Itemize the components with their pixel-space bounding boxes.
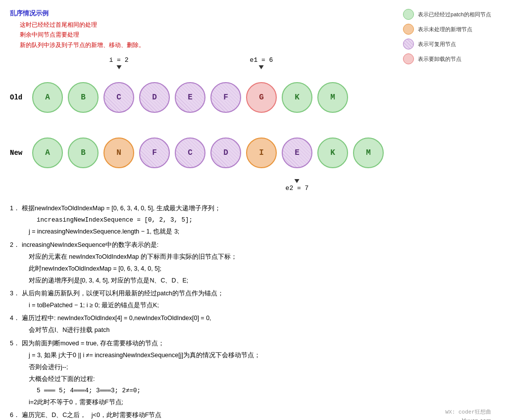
legend-item-green: 表示已经经过patch的相同节点 <box>403 9 491 20</box>
old-node-C: C <box>103 82 134 113</box>
new-node-K-wrapper: K <box>317 138 348 168</box>
new-node-B-wrapper: B <box>68 138 99 168</box>
old-nodes-container: A B i = 2 C <box>32 82 348 113</box>
content-item-4: 4． 遍历过程中: newIndexToOldIndex[4] = 0,newI… <box>10 313 496 336</box>
arrow-down-e2 <box>295 179 300 183</box>
legend-label-pink: 表示要卸载的节点 <box>418 55 461 63</box>
new-node-D: D <box>210 138 241 168</box>
new-node-I: I <box>246 138 277 168</box>
old-node-K-wrapper: K <box>282 82 312 113</box>
nodes-section: Old A B i = 2 <box>10 82 496 168</box>
old-row: Old A B i = 2 <box>10 82 496 113</box>
item3-num: 3． <box>10 288 20 312</box>
item1-line2: increasingNewIndexSequence = [0, 2, 3, 5… <box>22 217 193 224</box>
page: 乱序情况示例 这时已经经过首尾相同的处理 剩余中间节点需要处理 新的队列中涉及到… <box>0 0 506 420</box>
item5-line1: 因为前面判断moved = true, 存在需要移动的节点； <box>22 340 164 347</box>
old-node-C-wrapper: i = 2 C <box>103 82 134 113</box>
arrow-e2: e2 = 7 <box>286 179 309 192</box>
new-node-K: K <box>317 138 348 168</box>
old-row-label: Old <box>10 93 32 101</box>
new-node-M: M <box>353 138 384 168</box>
new-node-M-wrapper: M <box>353 138 384 168</box>
new-row-label: New <box>10 149 32 157</box>
new-node-I-wrapper: I <box>246 138 277 168</box>
content-item-6: 6． 遍历完E、D、C之后， j<0，此时需要移动F节点 <box>10 410 496 420</box>
new-nodes-container: A B N F C <box>32 138 384 168</box>
item6-num: 6． <box>10 410 20 420</box>
new-node-F-wrapper: F <box>139 138 170 168</box>
legend-circle-green <box>403 9 414 20</box>
item5-line4: 大概会经过下面的过程: <box>22 375 95 382</box>
arrow-down-e1 <box>259 65 264 69</box>
item5-line3: 否则会进行j--; <box>22 364 68 371</box>
old-node-E-wrapper: E <box>175 82 205 113</box>
i2-label: i = 2 <box>109 56 128 64</box>
old-node-M: M <box>317 82 348 113</box>
arrow-e1: e1 = 6 <box>250 56 273 69</box>
legend: 表示已经经过patch的相同节点 表示未处理的新增节点 表示可复用节点 表示要卸… <box>403 9 491 64</box>
old-node-M-wrapper: M <box>317 82 348 113</box>
item4-line1: 遍历过程中: newIndexToOldIndex[4] = 0,newInde… <box>22 315 211 322</box>
old-node-A-wrapper: A <box>32 82 63 113</box>
legend-label-purple: 表示可复用节点 <box>418 41 456 48</box>
new-node-B: B <box>68 138 99 168</box>
content-item-5: 5． 因为前面判断moved = true, 存在需要移动的节点； j = 3,… <box>10 338 496 409</box>
new-node-N-wrapper: N <box>103 138 134 168</box>
legend-circle-purple <box>403 39 414 49</box>
new-node-D-wrapper: D <box>210 138 241 168</box>
item3-line2: i = toBePatched − 1; i ≥ 0; 最近的锚点是节点K; <box>22 302 159 309</box>
new-node-F: F <box>139 138 170 168</box>
new-node-C: C <box>175 138 205 168</box>
new-node-C-wrapper: C <box>175 138 205 168</box>
old-node-G-wrapper: e1 = 6 G <box>246 82 277 113</box>
item1-content: 根据newIndexToOldIndexMap = [0, 6, 3, 4, 0… <box>22 203 221 238</box>
content-item-2: 2． increasingNewIndexSequence中的数字表示的是: 对… <box>10 239 496 287</box>
item2-content: increasingNewIndexSequence中的数字表示的是: 对应的元… <box>22 239 237 287</box>
item1-num: 1． <box>10 203 20 238</box>
item6-line1: 遍历完E、D、C之后， j<0，此时需要移动F节点 <box>22 412 161 419</box>
item5-line6: i=2此时不等于0，需要移动F节点; <box>22 399 123 406</box>
item1-line3: j = increasingNewIndexSequence.length − … <box>22 228 179 235</box>
item2-line2: 对应的元素在 newIndexToOldIndexMap 的下标而并非实际的旧节… <box>22 253 237 260</box>
legend-item-orange: 表示未处理的新增节点 <box>403 24 491 35</box>
old-node-E: E <box>175 82 205 113</box>
item3-line1: 从后向前遍历新队列，以便可以利用最新的经过patch的节点作为锚点； <box>22 290 224 297</box>
old-node-F: F <box>210 82 241 113</box>
new-node-N: N <box>103 138 134 168</box>
content-item-1: 1． 根据newIndexToOldIndexMap = [0, 6, 3, 4… <box>10 203 496 238</box>
new-node-A: A <box>32 138 63 168</box>
item5-line5: 5 ═══ 5; 4═══4; 3═══3; 2≠=0; <box>22 387 141 394</box>
item2-line4: 对应的递增序列是[0, 3, 4, 5], 对应的节点是N、C、D、E; <box>22 277 188 284</box>
legend-item-pink: 表示要卸载的节点 <box>403 53 491 64</box>
old-node-D: D <box>139 82 170 113</box>
item4-line2: 会对节点I、N进行挂载 patch <box>22 327 109 333</box>
new-node-A-wrapper: A <box>32 138 63 168</box>
legend-circle-pink <box>403 53 414 64</box>
old-node-F-wrapper: F <box>210 82 241 113</box>
item5-num: 5． <box>10 338 20 409</box>
new-row: New A B N F <box>10 138 496 168</box>
old-node-B-wrapper: B <box>68 82 99 113</box>
legend-item-purple: 表示可复用节点 <box>403 39 491 49</box>
item3-content: 从后向前遍历新队列，以便可以利用最新的经过patch的节点作为锚点； i = t… <box>22 288 224 312</box>
new-node-E: E <box>282 138 312 168</box>
item2-num: 2． <box>10 239 20 287</box>
content-item-3: 3． 从后向前遍历新队列，以便可以利用最新的经过patch的节点作为锚点； i … <box>10 288 496 312</box>
yuucn-label: Yuucn.com <box>462 418 491 420</box>
item5-content: 因为前面判断moved = true, 存在需要移动的节点； j = 3, 如果… <box>22 338 260 409</box>
new-node-E-wrapper: E e2 = 7 <box>282 138 312 168</box>
item5-line2: j = 3, 如果 j大于0 || i ≠= increasingNewInde… <box>22 352 260 359</box>
legend-label-green: 表示已经经过patch的相同节点 <box>418 11 491 18</box>
old-node-G: G <box>246 82 277 113</box>
arrow-i2: i = 2 <box>109 56 128 69</box>
item4-content: 遍历过程中: newIndexToOldIndex[4] = 0,newInde… <box>22 313 211 336</box>
old-node-A: A <box>32 82 63 113</box>
e2-label: e2 = 7 <box>286 185 309 192</box>
item6-content: 遍历完E、D、C之后， j<0，此时需要移动F节点 <box>22 410 161 420</box>
watermark: WX: coder狂想曲 <box>446 408 491 416</box>
item1-line1: 根据newIndexToOldIndexMap = [0, 6, 3, 4, 0… <box>22 205 221 212</box>
content-section: 1． 根据newIndexToOldIndexMap = [0, 6, 3, 4… <box>10 203 496 420</box>
item2-line3: 此时newIndexToOldIndexMap = [0, 6, 3, 4, 0… <box>22 265 161 272</box>
legend-label-orange: 表示未处理的新增节点 <box>418 26 472 33</box>
arrow-down-i2 <box>116 65 121 69</box>
